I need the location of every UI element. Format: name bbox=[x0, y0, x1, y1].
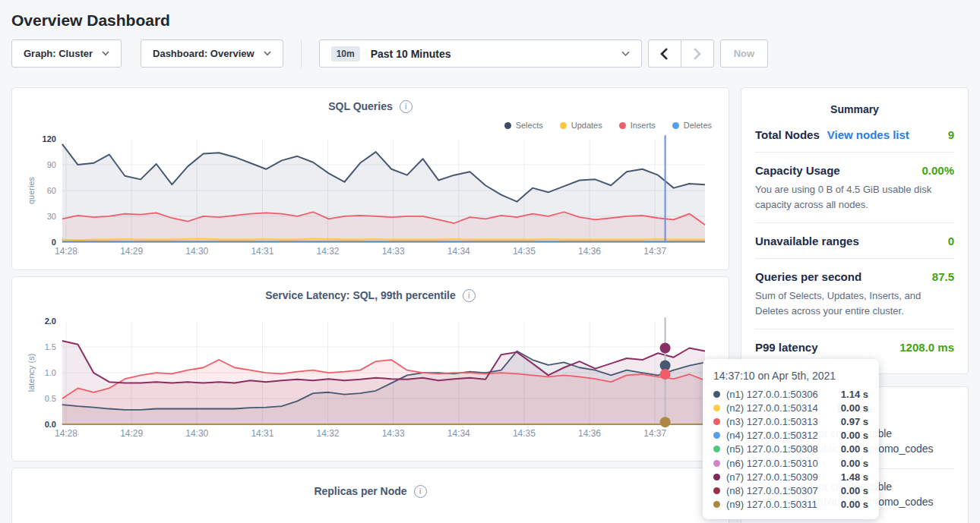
tooltip-row: (n6) 127.0.0.1:503100.00 s bbox=[713, 456, 868, 470]
sql-queries-title: SQL Queries bbox=[328, 100, 393, 112]
svg-text:14:28: 14:28 bbox=[55, 246, 77, 257]
node-latency-value: 0.00 s bbox=[841, 443, 868, 455]
capacity-usage-label: Capacity Usage bbox=[755, 164, 840, 177]
summary-row-qps: Queries per second 87.5 Sum of Selects, … bbox=[755, 259, 954, 329]
view-nodes-list-link[interactable]: View nodes list bbox=[827, 128, 909, 141]
legend-item-selects[interactable]: Selects bbox=[504, 121, 543, 130]
svg-text:60: 60 bbox=[47, 186, 56, 195]
legend-item-inserts[interactable]: Inserts bbox=[619, 121, 656, 130]
p99-latency-value: 1208.0 ms bbox=[899, 341, 954, 354]
time-range-picker[interactable]: 10m Past 10 Minutes bbox=[319, 39, 642, 68]
svg-text:0.5: 0.5 bbox=[45, 394, 56, 403]
node-latency-value: 0.00 s bbox=[841, 485, 868, 496]
total-nodes-value: 9 bbox=[948, 128, 954, 141]
node-latency-value: 0.00 s bbox=[841, 402, 868, 414]
series-dot bbox=[713, 460, 720, 467]
node-latency-value: 0.00 s bbox=[841, 458, 868, 469]
svg-text:14:35: 14:35 bbox=[513, 428, 536, 439]
node-address: (n3) 127.0.0.1:50313 bbox=[726, 416, 835, 427]
svg-text:latency (s): latency (s) bbox=[27, 354, 36, 392]
node-address: (n6) 127.0.0.1:50310 bbox=[726, 458, 835, 469]
chevron-down-icon bbox=[264, 51, 271, 56]
chevron-right-icon bbox=[693, 48, 701, 60]
series-dot bbox=[713, 418, 720, 425]
graph-scope-label: Graph: Cluster bbox=[24, 48, 93, 59]
legend-dot bbox=[619, 122, 626, 129]
svg-text:1.5: 1.5 bbox=[45, 342, 56, 351]
previous-time-button[interactable] bbox=[648, 39, 681, 68]
svg-text:14:37: 14:37 bbox=[643, 428, 666, 439]
info-icon[interactable]: i bbox=[400, 100, 413, 113]
svg-text:queries: queries bbox=[27, 177, 36, 204]
sql-queries-panel: SQL Queries i SelectsUpdatesInsertsDelet… bbox=[11, 87, 729, 270]
series-dot bbox=[713, 432, 720, 439]
service-latency-panel: Service Latency: SQL, 99th percentile i … bbox=[11, 276, 729, 462]
summary-row-unavailable-ranges: Unavailable ranges 0 bbox=[755, 223, 954, 259]
chevron-down-icon bbox=[621, 51, 630, 57]
qps-description: Sum of Selects, Updates, Inserts, and De… bbox=[755, 288, 954, 318]
node-latency-value: 0.97 s bbox=[841, 416, 868, 427]
svg-text:14:33: 14:33 bbox=[382, 428, 405, 439]
time-range-badge: 10m bbox=[331, 46, 360, 61]
legend-label: Inserts bbox=[631, 121, 656, 130]
node-address: (n1) 127.0.0.1:50306 bbox=[726, 389, 835, 400]
replicas-per-node-panel: Replicas per Node i bbox=[11, 468, 729, 523]
svg-text:30: 30 bbox=[47, 212, 56, 221]
node-latency-value: 1.48 s bbox=[841, 471, 868, 483]
legend-item-updates[interactable]: Updates bbox=[560, 121, 602, 130]
svg-text:1.0: 1.0 bbox=[45, 368, 56, 377]
tooltip-row: (n7) 127.0.0.1:503091.48 s bbox=[713, 470, 868, 484]
node-address: (n7) 127.0.0.1:50309 bbox=[726, 471, 835, 483]
svg-text:90: 90 bbox=[47, 160, 56, 169]
series-dot bbox=[713, 474, 720, 480]
summary-title: Summary bbox=[755, 103, 954, 115]
summary-row-capacity: Capacity Usage 0.00% You are using 0 B o… bbox=[755, 153, 954, 223]
info-icon[interactable]: i bbox=[414, 485, 427, 498]
replicas-per-node-title: Replicas per Node bbox=[314, 485, 406, 497]
svg-text:14:37: 14:37 bbox=[643, 246, 666, 257]
next-time-button[interactable] bbox=[681, 39, 714, 68]
node-address: (n9) 127.0.0.1:50311 bbox=[726, 499, 835, 510]
legend-dot bbox=[560, 122, 567, 129]
dashboard-label: Dashboard: Overview bbox=[153, 48, 254, 59]
tooltip-row: (n3) 127.0.0.1:503130.97 s bbox=[713, 414, 868, 428]
toolbar-divider bbox=[301, 39, 302, 68]
charts-column: SQL Queries i SelectsUpdatesInsertsDelet… bbox=[11, 87, 729, 523]
sql-queries-chart[interactable]: 14:2814:2914:3014:3114:3214:3314:3414:35… bbox=[24, 133, 716, 262]
svg-text:14:28: 14:28 bbox=[55, 428, 77, 439]
service-latency-title: Service Latency: SQL, 99th percentile bbox=[265, 289, 456, 301]
summary-card: Summary Total Nodes View nodes list 9 Ca… bbox=[741, 87, 969, 374]
svg-text:14:29: 14:29 bbox=[120, 246, 143, 257]
now-button[interactable]: Now bbox=[720, 39, 768, 68]
legend-label: Selects bbox=[516, 121, 543, 130]
summary-row-total-nodes: Total Nodes View nodes list 9 bbox=[755, 117, 954, 153]
legend-dot bbox=[672, 122, 679, 129]
qps-value: 87.5 bbox=[932, 270, 954, 283]
svg-text:14:35: 14:35 bbox=[513, 246, 536, 257]
qps-label: Queries per second bbox=[755, 270, 861, 283]
node-address: (n4) 127.0.0.1:50312 bbox=[726, 430, 835, 441]
info-icon[interactable]: i bbox=[463, 289, 476, 302]
tooltip-row: (n8) 127.0.0.1:503070.00 s bbox=[713, 484, 868, 497]
svg-text:14:31: 14:31 bbox=[251, 246, 273, 257]
series-dot bbox=[713, 391, 720, 398]
series-dot bbox=[713, 405, 720, 411]
legend-dot bbox=[504, 122, 511, 129]
service-latency-chart[interactable]: 14:2814:2914:3014:3114:3214:3314:3414:35… bbox=[24, 309, 716, 453]
chevron-left-icon bbox=[660, 48, 669, 60]
node-address: (n8) 127.0.0.1:50307 bbox=[726, 485, 835, 496]
legend-label: Deletes bbox=[684, 121, 712, 130]
dashboard-dropdown[interactable]: Dashboard: Overview bbox=[141, 39, 283, 68]
tooltip-rows: (n1) 127.0.0.1:503061.14 s(n2) 127.0.0.1… bbox=[713, 387, 868, 512]
legend-item-deletes[interactable]: Deletes bbox=[672, 121, 712, 130]
svg-text:14:30: 14:30 bbox=[185, 246, 208, 257]
graph-scope-dropdown[interactable]: Graph: Cluster bbox=[11, 39, 122, 68]
node-latency-value: 0.00 s bbox=[841, 430, 868, 441]
series-dot bbox=[713, 487, 720, 494]
svg-text:14:31: 14:31 bbox=[251, 428, 273, 439]
svg-text:14:32: 14:32 bbox=[317, 246, 340, 257]
capacity-usage-description: You are using 0 B of 4.5 GiB usable disk… bbox=[755, 182, 954, 212]
svg-text:14:34: 14:34 bbox=[447, 246, 470, 257]
tooltip-row: (n9) 127.0.0.1:503110.00 s bbox=[713, 498, 868, 512]
node-latency-value: 0.00 s bbox=[841, 499, 868, 510]
